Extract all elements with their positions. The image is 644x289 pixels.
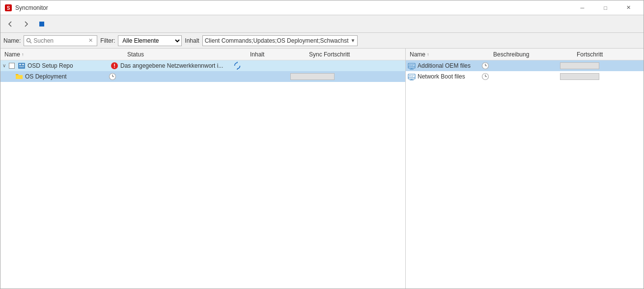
svg-rect-5 (18, 63, 25, 69)
search-clear-button[interactable]: ✕ (88, 37, 93, 44)
right-row-prog-cell (560, 62, 642, 69)
table-row[interactable]: ∨ OSD Setup Repo (0, 60, 405, 71)
name-label: Name: (3, 37, 21, 44)
row-name-cell: OS Deployment (15, 73, 109, 80)
svg-rect-8 (19, 66, 24, 67)
clock-icon (481, 62, 489, 70)
table-row[interactable]: OS Deployment (0, 71, 405, 82)
search-container: ✕ (24, 35, 97, 46)
back-icon (6, 20, 14, 28)
svg-rect-22 (411, 64, 414, 65)
right-col-header-prog: Fortschritt (575, 51, 642, 58)
svg-text:!: ! (113, 63, 115, 69)
col-inhalt-label: Inhalt (250, 51, 264, 58)
title-bar-left: S Syncmonitor (4, 4, 48, 12)
svg-line-4 (30, 42, 31, 43)
toolbar (0, 15, 644, 33)
right-row-desc-cell (481, 73, 560, 80)
maximize-button[interactable]: □ (594, 1, 616, 15)
network-icon (408, 73, 416, 80)
progress-bar-container (560, 62, 599, 69)
svg-text:S: S (7, 5, 10, 11)
main-content: Name ↑ Status Inhalt Sync Fortschritt (0, 49, 644, 289)
svg-rect-7 (22, 64, 24, 65)
col-header-inhalt: Inhalt (248, 51, 307, 58)
svg-rect-13 (16, 75, 23, 79)
search-icon (26, 38, 32, 44)
main-window: S Syncmonitor ─ □ ✕ Name: (0, 0, 644, 289)
window-title: Syncmonitor (15, 4, 48, 11)
left-table-body: ∨ OSD Setup Repo (0, 60, 405, 289)
inhalt-dropdown-icon: ▼ (351, 38, 356, 43)
network-icon (408, 62, 416, 70)
right-row-name-cell: Network Boot files (408, 73, 481, 80)
folder-icon (15, 73, 23, 80)
clock-icon (481, 73, 489, 80)
repo-icon (18, 62, 26, 70)
right-col-header-name: Name ↑ (408, 51, 491, 58)
row-sync-cell (290, 73, 403, 80)
row-name-cell: ∨ OSD Setup Repo (2, 62, 111, 70)
sync-icon (233, 62, 241, 70)
back-button[interactable] (3, 17, 17, 31)
col-sync-label: Sync Fortschritt (309, 51, 350, 58)
stop-button[interactable] (35, 17, 49, 31)
window-controls: ─ □ ✕ (571, 1, 640, 15)
right-table-body: Additional OEM files (406, 60, 644, 289)
progress-bar-container (290, 73, 335, 80)
svg-rect-21 (409, 64, 411, 66)
inhalt-label: Inhalt (185, 37, 199, 44)
forward-button[interactable] (19, 17, 33, 31)
title-bar: S Syncmonitor ─ □ ✕ (0, 0, 644, 15)
svg-point-3 (27, 38, 30, 42)
svg-rect-33 (411, 76, 413, 77)
filter-bar: Name: ✕ Filter: Alle Elemente Inhalt Cli… (0, 33, 644, 49)
clock-icon (109, 73, 116, 80)
row-name-text: OS Deployment (25, 73, 67, 80)
inhalt-value-container[interactable]: Client Commands;Updates;OS Deployment;Sc… (202, 35, 358, 46)
right-row-prog-cell (560, 73, 642, 80)
col-name-sort-icon: ↑ (22, 52, 24, 57)
table-row[interactable]: Additional OEM files (406, 60, 644, 71)
minimize-button[interactable]: ─ (571, 1, 593, 15)
row-checkbox[interactable] (9, 63, 15, 69)
table-row[interactable]: Network Boot files (406, 71, 644, 82)
filter-select[interactable]: Alle Elemente (118, 35, 182, 46)
left-table-header: Name ↑ Status Inhalt Sync Fortschritt (0, 49, 405, 60)
right-row-name-text: Network Boot files (418, 73, 465, 80)
svg-rect-31 (409, 75, 411, 77)
row-status-cell (109, 73, 231, 80)
right-row-name-cell: Additional OEM files (408, 62, 481, 70)
error-icon: ! (111, 62, 118, 70)
right-table-header: Name ↑ Beschreibung Fortschritt (406, 49, 644, 60)
stop-icon (38, 20, 46, 28)
status-text: Das angegebene Netzwerkkennwort i... (120, 62, 223, 69)
col-status-label: Status (127, 51, 144, 58)
right-col-name-label: Name (410, 51, 425, 58)
svg-rect-32 (411, 75, 414, 76)
svg-rect-23 (411, 65, 413, 66)
right-row-name-text: Additional OEM files (418, 62, 471, 69)
filter-label: Filter: (100, 37, 115, 44)
svg-rect-2 (39, 22, 44, 26)
right-panel: Name ↑ Beschreibung Fortschritt (406, 49, 644, 289)
inhalt-text: Client Commands;Updates;OS Deployment;Sc… (205, 37, 349, 44)
progress-bar-container (560, 73, 599, 80)
col-header-status: Status (125, 51, 248, 58)
close-button[interactable]: ✕ (617, 1, 640, 15)
row-name-text: OSD Setup Repo (28, 62, 73, 69)
col-header-sync: Sync Fortschritt (307, 51, 403, 58)
right-col-desc-label: Beschreibung (493, 51, 529, 58)
right-col-prog-label: Fortschritt (577, 51, 603, 58)
row-status-cell: ! Das angegebene Netzwerkkennwort i... (111, 62, 233, 70)
right-col-name-sort: ↑ (427, 52, 429, 57)
right-row-desc-cell (481, 62, 560, 70)
row-inhalt-cell (233, 62, 292, 70)
col-header-name: Name ↑ (2, 51, 125, 58)
right-col-header-desc: Beschreibung (491, 51, 575, 58)
app-icon: S (4, 4, 12, 12)
search-input[interactable] (33, 37, 87, 44)
col-name-label: Name (4, 51, 20, 58)
svg-rect-6 (19, 64, 21, 65)
expand-icon[interactable]: ∨ (2, 63, 6, 68)
